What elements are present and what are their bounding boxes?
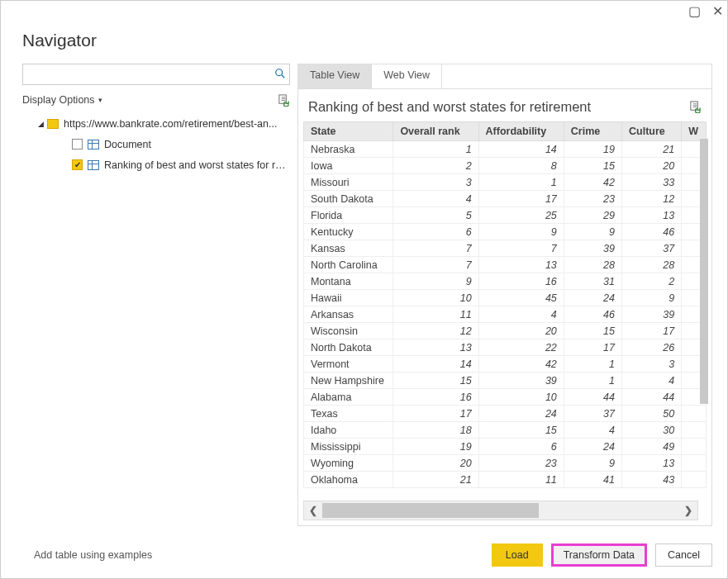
table-cell: 9 — [564, 455, 621, 472]
table-cell: 4 — [564, 422, 621, 439]
table-cell: 19 — [564, 141, 621, 158]
table-row[interactable]: Kentucky69946 — [304, 224, 707, 240]
column-header[interactable]: Crime — [564, 122, 621, 141]
table-cell: 46 — [622, 224, 682, 240]
tree-root[interactable]: ◢ https://www.bankrate.com/retirement/be… — [22, 113, 290, 134]
table-cell: 46 — [564, 306, 621, 323]
maximize-icon: ▢ — [688, 3, 701, 19]
table-cell: 2 — [393, 158, 478, 174]
table-cell: 24 — [564, 439, 621, 455]
scroll-right-arrow-icon[interactable]: ❯ — [679, 505, 697, 516]
tree-item-ranking[interactable]: ✔ Ranking of best and worst states for r… — [22, 154, 290, 175]
table-cell: 9 — [393, 273, 478, 290]
table-cell: 39 — [622, 306, 682, 323]
table-row[interactable]: Missouri314233 — [304, 174, 707, 191]
table-cell: 7 — [478, 240, 564, 257]
table-cell: 44 — [622, 389, 682, 406]
tree-caret-icon: ◢ — [37, 120, 44, 128]
table-cell: 4 — [478, 306, 564, 323]
column-header[interactable]: Culture — [622, 122, 682, 141]
column-header[interactable]: Affordability — [478, 122, 564, 141]
table-cell: 4 — [393, 191, 478, 207]
folder-icon — [47, 119, 59, 129]
tree-item-label: Document — [104, 139, 290, 150]
refresh-icon[interactable] — [277, 93, 290, 107]
column-header[interactable]: State — [304, 122, 393, 141]
cancel-button[interactable]: Cancel — [655, 543, 712, 567]
table-row[interactable]: Nebraska1141921 — [304, 141, 707, 158]
table-cell: 45 — [478, 290, 564, 306]
horizontal-scrollbar[interactable]: ❮ ❯ — [303, 501, 698, 520]
table-row[interactable]: Texas17243750 — [304, 406, 707, 422]
table-cell: 5 — [393, 207, 478, 224]
add-table-using-examples-button[interactable]: Add table using examples — [22, 543, 164, 567]
table-cell: Arkansas — [304, 306, 393, 323]
table-cell: 13 — [622, 207, 682, 224]
preview-table-wrap: StateOverall rankAffordabilityCrimeCultu… — [303, 121, 707, 497]
close-button[interactable]: ✕ — [711, 4, 724, 17]
table-cell: South Dakota — [304, 191, 393, 207]
table-cell: 14 — [478, 141, 564, 158]
table-cell: 1 — [393, 141, 478, 158]
tree-item-document[interactable]: Document — [22, 134, 290, 154]
table-row[interactable]: Kansas773937 — [304, 240, 707, 257]
table-cell: 9 — [564, 224, 621, 240]
table-cell: 6 — [393, 224, 478, 240]
column-header[interactable]: Overall rank — [393, 122, 478, 141]
table-row[interactable]: Montana916312 — [304, 273, 707, 290]
table-cell: 13 — [478, 257, 564, 273]
preview-header: Ranking of best and worst states for ret… — [298, 89, 711, 121]
table-row[interactable]: North Carolina7132828 — [304, 257, 707, 273]
tab-web-view[interactable]: Web View — [372, 64, 442, 88]
search-input[interactable] — [28, 69, 274, 80]
scroll-thumb-horizontal[interactable] — [322, 503, 539, 518]
table-cell: 25 — [478, 207, 564, 224]
table-cell: 19 — [393, 439, 478, 455]
table-row[interactable]: Wyoming2023913 — [304, 455, 707, 472]
table-cell: 9 — [478, 224, 564, 240]
svg-line-1 — [282, 74, 285, 78]
table-cell: 17 — [622, 323, 682, 339]
scroll-thumb-vertical[interactable] — [700, 139, 708, 404]
maximize-button[interactable]: ▢ — [688, 4, 701, 17]
checkbox-document[interactable] — [72, 139, 83, 149]
transform-data-button[interactable]: Transform Data — [551, 543, 647, 567]
table-row[interactable]: New Hampshire153914 — [304, 373, 707, 389]
table-cell: 28 — [564, 257, 621, 273]
table-row[interactable]: Iowa281520 — [304, 158, 707, 174]
table-cell: North Carolina — [304, 257, 393, 273]
table-row[interactable]: South Dakota4172312 — [304, 191, 707, 207]
table-cell: 41 — [564, 472, 621, 488]
table-row[interactable]: North Dakota13221726 — [304, 339, 707, 356]
table-cell: Texas — [304, 406, 393, 422]
table-cell: Kentucky — [304, 224, 393, 240]
table-cell: 23 — [564, 191, 621, 207]
table-row[interactable]: Vermont144213 — [304, 356, 707, 373]
table-row[interactable]: Oklahoma21114143 — [304, 472, 707, 488]
table-row[interactable]: Mississippi1962449 — [304, 439, 707, 455]
tab-table-view[interactable]: Table View — [298, 64, 372, 88]
table-cell: 24 — [564, 290, 621, 306]
display-options-dropdown[interactable]: Display Options ▾ — [22, 94, 102, 106]
refresh-preview-icon[interactable] — [688, 101, 702, 114]
table-row[interactable]: Wisconsin12201517 — [304, 323, 707, 339]
table-cell: 22 — [478, 339, 564, 356]
table-cell: 17 — [478, 191, 564, 207]
search-box[interactable] — [22, 64, 290, 85]
table-cell: 49 — [622, 439, 682, 455]
table-cell: 13 — [622, 455, 682, 472]
load-button[interactable]: Load — [492, 543, 543, 567]
table-row[interactable]: Alabama16104444 — [304, 389, 707, 406]
table-cell: New Hampshire — [304, 373, 393, 389]
table-row[interactable]: Florida5252913 — [304, 207, 707, 224]
table-row[interactable]: Arkansas1144639 — [304, 306, 707, 323]
vertical-scrollbar[interactable] — [698, 139, 710, 492]
table-cell: 20 — [478, 323, 564, 339]
checkbox-ranking[interactable]: ✔ — [72, 159, 83, 170]
scroll-left-arrow-icon[interactable]: ❮ — [304, 505, 322, 516]
display-options-label: Display Options — [22, 94, 95, 106]
search-icon[interactable] — [274, 68, 286, 82]
table-row[interactable]: Hawaii1045249 — [304, 290, 707, 306]
table-cell: 13 — [393, 339, 478, 356]
table-row[interactable]: Idaho1815430 — [304, 422, 707, 439]
